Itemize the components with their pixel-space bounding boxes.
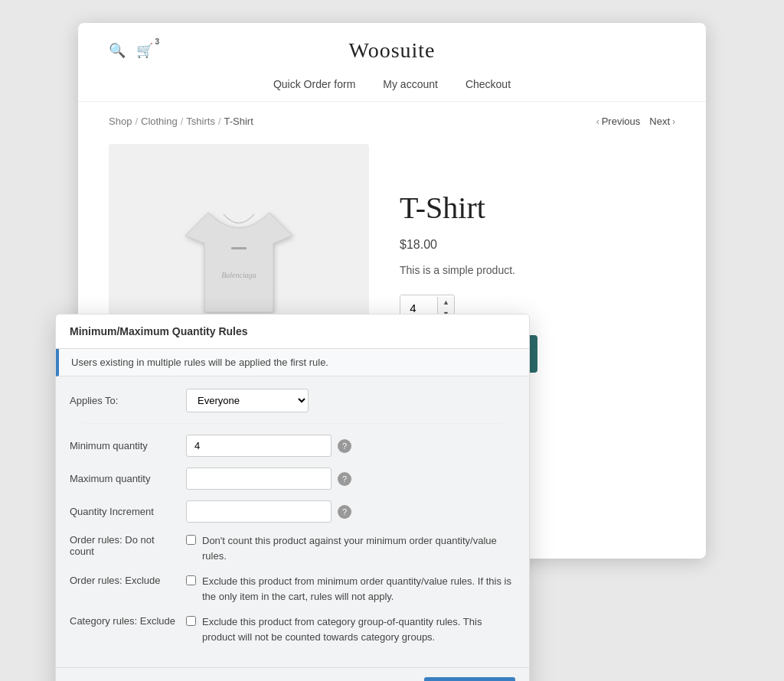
category-exclude-checkbox[interactable] bbox=[186, 616, 196, 626]
store-header: 🔍 🛒3 Woosuite Quick Order form My accoun… bbox=[78, 23, 706, 102]
qty-increment-label: Quantity Increment bbox=[70, 506, 177, 517]
next-label: Next bbox=[649, 116, 670, 127]
chevron-right-icon: › bbox=[672, 116, 675, 127]
breadcrumb-tshirts[interactable]: Tshirts bbox=[186, 116, 215, 127]
breadcrumb-clothing[interactable]: Clothing bbox=[141, 116, 178, 127]
category-exclude-row: Category rules: Exclude Exclude this pro… bbox=[70, 614, 515, 644]
order-exclude-wrap: Exclude this product from minimum order … bbox=[186, 574, 515, 604]
qty-increment-control: ? bbox=[186, 500, 515, 523]
svg-text:Balenciaga: Balenciaga bbox=[221, 271, 256, 279]
modal-header: Minimum/Maximum Quantity Rules bbox=[56, 314, 529, 349]
previous-label: Previous bbox=[602, 116, 641, 127]
order-exclude-label: Order rules: Exclude bbox=[70, 574, 177, 586]
min-qty-row: Minimum quantity ? bbox=[70, 435, 515, 457]
cart-badge: 3 bbox=[155, 37, 159, 46]
modal-body: Applies To: Everyone Guests Registered u… bbox=[56, 376, 529, 667]
min-qty-control: ? bbox=[186, 435, 515, 457]
breadcrumb-sep-2: / bbox=[181, 116, 184, 127]
order-do-not-count-label: Order rules: Do not count bbox=[70, 533, 177, 557]
modal-info-text: Users existing in multiple rules will be… bbox=[71, 357, 328, 368]
store-nav: Quick Order form My account Checkout bbox=[109, 70, 675, 93]
qty-increment-help-icon[interactable]: ? bbox=[338, 505, 351, 519]
nav-quick-order[interactable]: Quick Order form bbox=[273, 78, 355, 90]
header-icons: 🔍 🛒3 bbox=[109, 42, 153, 59]
modal-info-bar: Users existing in multiple rules will be… bbox=[56, 349, 529, 376]
min-qty-input[interactable] bbox=[186, 435, 332, 457]
qty-increment-row: Quantity Increment ? bbox=[70, 500, 515, 523]
max-qty-label: Maximum quantity bbox=[70, 473, 177, 484]
applies-to-row: Applies To: Everyone Guests Registered u… bbox=[70, 389, 515, 412]
min-qty-help-icon[interactable]: ? bbox=[338, 439, 351, 453]
prev-next: ‹ Previous Next › bbox=[596, 116, 675, 127]
store-window: 🔍 🛒3 Woosuite Quick Order form My accoun… bbox=[78, 23, 706, 559]
divider-1 bbox=[83, 423, 501, 424]
nav-checkout[interactable]: Checkout bbox=[466, 78, 511, 90]
order-do-not-count-checkbox[interactable] bbox=[186, 535, 196, 545]
product-name: T-Shirt bbox=[400, 190, 675, 226]
applies-to-select[interactable]: Everyone Guests Registered users bbox=[186, 389, 309, 412]
qty-increment-input[interactable] bbox=[186, 500, 332, 523]
breadcrumb-sep-1: / bbox=[135, 116, 138, 127]
next-link[interactable]: Next › bbox=[649, 116, 675, 127]
breadcrumb-sep-3: / bbox=[218, 116, 221, 127]
order-do-not-count-wrap: Don't count this product against your mi… bbox=[186, 533, 515, 563]
add-new-rule-button[interactable]: Add New Rule bbox=[424, 677, 515, 681]
category-exclude-wrap: Exclude this product from category group… bbox=[186, 614, 515, 644]
modal-overlay: Minimum/Maximum Quantity Rules Users exi… bbox=[55, 314, 530, 681]
order-exclude-checkbox[interactable] bbox=[186, 575, 196, 585]
modal-title: Minimum/Maximum Quantity Rules bbox=[70, 325, 248, 337]
max-qty-help-icon[interactable]: ? bbox=[338, 472, 351, 486]
modal-box: Minimum/Maximum Quantity Rules Users exi… bbox=[55, 314, 530, 681]
header-top: 🔍 🛒3 Woosuite bbox=[109, 38, 675, 63]
search-icon[interactable]: 🔍 bbox=[109, 42, 126, 59]
product-description: This is a simple product. bbox=[400, 264, 675, 276]
order-do-not-count-row: Order rules: Do not count Don't count th… bbox=[70, 533, 515, 563]
qty-up-button[interactable]: ▲ bbox=[438, 297, 454, 308]
nav-my-account[interactable]: My account bbox=[383, 78, 438, 90]
previous-link[interactable]: ‹ Previous bbox=[596, 116, 641, 127]
applies-to-control: Everyone Guests Registered users bbox=[186, 389, 515, 412]
breadcrumb-row: Shop / Clothing / Tshirts / T-Shirt ‹ Pr… bbox=[78, 102, 706, 136]
store-title: Woosuite bbox=[348, 38, 435, 63]
order-do-not-count-text: Don't count this product against your mi… bbox=[202, 533, 515, 563]
min-qty-label: Minimum quantity bbox=[70, 440, 177, 451]
modal-footer: Add New Rule bbox=[56, 667, 529, 681]
cart-icon[interactable]: 🛒3 bbox=[136, 42, 153, 59]
order-exclude-row: Order rules: Exclude Exclude this produc… bbox=[70, 574, 515, 604]
max-qty-control: ? bbox=[186, 468, 515, 490]
product-price: $18.00 bbox=[400, 238, 675, 252]
breadcrumb-shop[interactable]: Shop bbox=[109, 116, 132, 127]
breadcrumb-current: T-Shirt bbox=[224, 116, 253, 127]
applies-to-label: Applies To: bbox=[70, 395, 177, 406]
svg-rect-1 bbox=[231, 247, 247, 249]
order-exclude-text: Exclude this product from minimum order … bbox=[202, 574, 515, 604]
breadcrumb: Shop / Clothing / Tshirts / T-Shirt bbox=[109, 116, 253, 127]
category-exclude-text: Exclude this product from category group… bbox=[202, 614, 515, 644]
category-exclude-label: Category rules: Exclude bbox=[70, 614, 177, 627]
max-qty-input[interactable] bbox=[186, 468, 332, 490]
max-qty-row: Maximum quantity ? bbox=[70, 468, 515, 490]
chevron-left-icon: ‹ bbox=[596, 116, 599, 127]
